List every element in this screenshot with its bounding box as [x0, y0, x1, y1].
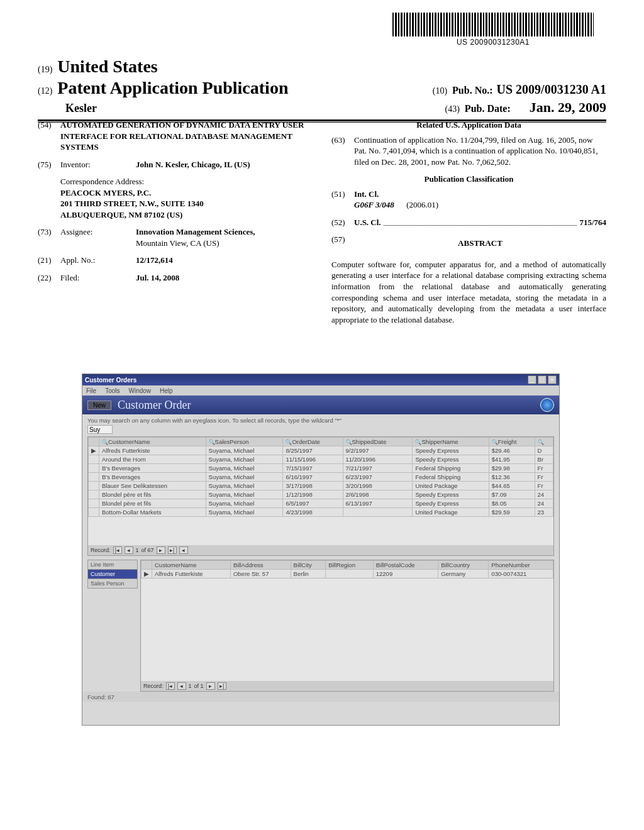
menu-help[interactable]: Help	[160, 387, 173, 394]
code-43: (43)	[445, 104, 460, 114]
col-header-billpostalcode[interactable]: BillPostalCode	[373, 561, 438, 570]
pub-date-label: Pub. Date:	[465, 103, 511, 114]
table-cell: Fr	[535, 482, 553, 490]
filed-value: Jul. 14, 2008	[136, 272, 313, 284]
nav2-label: Record:	[143, 683, 164, 689]
table-cell: Suyama, Michael	[206, 446, 283, 455]
code-73: (73)	[38, 226, 60, 248]
assignee-label: Assignee:	[60, 226, 136, 248]
table-cell: Federal Shipping	[413, 464, 489, 473]
col-header-phonenumber[interactable]: PhoneNumber	[489, 561, 553, 570]
search-icon: 🔍	[209, 440, 215, 445]
table-cell: $29.59	[489, 508, 535, 517]
col-header-rowmark[interactable]	[89, 438, 99, 446]
table-row[interactable]: Around the HornSuyama, Michael11/15/1996…	[89, 455, 553, 464]
table-cell: Bottom-Dollar Markets	[99, 508, 206, 517]
globe-icon[interactable]	[540, 398, 554, 412]
inventor-label: Inventor:	[60, 159, 136, 170]
orders-grid[interactable]: 🔍CustomerName🔍SalesPerson🔍OrderDate🔍Ship…	[87, 436, 554, 556]
table-cell	[89, 473, 99, 482]
table-cell	[89, 499, 99, 508]
col-header-rowmark[interactable]: 🔍	[535, 438, 553, 446]
menu-window[interactable]: Window	[128, 387, 151, 394]
table-row[interactable]: ▶Alfreds FutterkisteSuyama, Michael8/25/…	[89, 446, 553, 455]
table-cell: $7.09	[489, 490, 535, 499]
search-icon: 🔍	[102, 440, 108, 445]
nav2-last-button[interactable]: ▸|	[218, 682, 226, 690]
table-cell: United Package	[413, 482, 489, 490]
menu-file[interactable]: File	[86, 387, 96, 394]
col-header-customername[interactable]: CustomerName	[152, 561, 231, 570]
abstract-heading: ABSTRACT	[354, 238, 606, 249]
table-cell: $8.05	[489, 499, 535, 508]
publication-kind: Patent Application Publication	[57, 78, 288, 98]
abstract-text: Computer software for, computer apparatu…	[331, 259, 606, 325]
col-header-salesperson[interactable]: 🔍SalesPerson	[206, 438, 283, 446]
col-header-shippeddate[interactable]: 🔍ShippedDate	[343, 438, 413, 446]
customer-detail-grid[interactable]: CustomerNameBillAddressBillCityBillRegio…	[140, 560, 554, 692]
table-row[interactable]: Blondel père et filsSuyama, Michael6/5/1…	[89, 499, 553, 508]
search-icon: 🔍	[492, 440, 498, 445]
col-header-shippername[interactable]: 🔍ShipperName	[413, 438, 489, 446]
correspondence-heading: Correspondence Address:	[60, 176, 313, 187]
dot-leader	[384, 217, 577, 226]
table-cell: Speedy Express	[413, 490, 489, 499]
col-header-customername[interactable]: 🔍CustomerName	[99, 438, 206, 446]
table-row[interactable]: Blauer See DelikatessenSuyama, Michael3/…	[89, 482, 553, 490]
maximize-button[interactable]: □	[538, 375, 547, 384]
assignee-name: Innovation Management Sciences,	[136, 227, 255, 236]
nav-first-button[interactable]: |◂	[113, 546, 122, 554]
table-cell	[343, 508, 413, 517]
search-hint: You may search on any column with an eye…	[82, 414, 559, 425]
nav2-first-button[interactable]: |◂	[166, 682, 175, 690]
table-row[interactable]: Bottom-Dollar MarketsSuyama, Michael4/23…	[89, 508, 553, 517]
col-header-freight[interactable]: 🔍Freight	[489, 438, 535, 446]
code-22: (22)	[38, 272, 60, 284]
inventor-value: John N. Kesler, Chicago, IL (US)	[136, 159, 313, 170]
barcode-id: US 20090031230A1	[392, 38, 594, 47]
nav2-prev-button[interactable]: ◂	[177, 682, 186, 690]
table-cell: B's Beverages	[99, 464, 206, 473]
table-cell: Suyama, Michael	[206, 464, 283, 473]
nav-last-button[interactable]: ▸|	[168, 546, 177, 554]
vtab-line-item[interactable]: Line Item	[87, 560, 138, 570]
table-cell: ▶	[142, 570, 152, 578]
col-header-orderdate[interactable]: 🔍OrderDate	[283, 438, 343, 446]
table-row[interactable]: ▶Alfreds FutterkisteObere Str. 57Berlin1…	[142, 570, 553, 578]
vtab-sales-person[interactable]: Sales Person	[87, 578, 138, 589]
table-cell: Blauer See Delikatessen	[99, 482, 206, 490]
search-input[interactable]	[87, 425, 113, 434]
table-row[interactable]: Blondel père et filsSuyama, Michael1/12/…	[89, 490, 553, 499]
table-cell: 3/20/1998	[343, 482, 413, 490]
nav2-position: 1	[189, 683, 192, 689]
close-button[interactable]: ×	[548, 375, 557, 384]
col-header-billaddress[interactable]: BillAddress	[230, 561, 291, 570]
table-cell: 2/6/1998	[343, 490, 413, 499]
correspondence-line-1: PEACOCK MYERS, P.C.	[60, 187, 313, 199]
table-cell: $29.98	[489, 464, 535, 473]
table-cell: 6/5/1997	[283, 499, 343, 508]
menu-tools[interactable]: Tools	[105, 387, 119, 394]
minimize-button[interactable]: _	[528, 375, 536, 384]
col-header-billregion[interactable]: BillRegion	[326, 561, 374, 570]
table-cell: B's Beverages	[99, 473, 206, 482]
barcode	[392, 13, 594, 36]
table-cell: 4/23/1998	[283, 508, 343, 517]
col-header-rowmark[interactable]	[142, 561, 152, 570]
nav-prev-button[interactable]: ◂	[125, 546, 133, 554]
table-cell: Federal Shipping	[413, 473, 489, 482]
col-header-billcountry[interactable]: BillCountry	[438, 561, 489, 570]
nav-next-button[interactable]: ▸	[157, 546, 165, 554]
col-header-billcity[interactable]: BillCity	[291, 561, 326, 570]
author-name: Kesler	[38, 102, 97, 115]
nav-new-button[interactable]: ◂	[179, 546, 188, 554]
code-12: (12)	[38, 86, 52, 96]
table-cell: Suyama, Michael	[206, 482, 283, 490]
vtab-customer[interactable]: Customer	[87, 569, 138, 579]
pub-date-value: Jan. 29, 2009	[530, 99, 606, 116]
table-cell	[89, 508, 99, 517]
new-button[interactable]: New	[87, 401, 111, 410]
table-row[interactable]: B's BeveragesSuyama, Michael7/15/19977/2…	[89, 464, 553, 473]
table-row[interactable]: B's BeveragesSuyama, Michael6/16/19976/2…	[89, 473, 553, 482]
nav2-next-button[interactable]: ▸	[206, 682, 215, 690]
